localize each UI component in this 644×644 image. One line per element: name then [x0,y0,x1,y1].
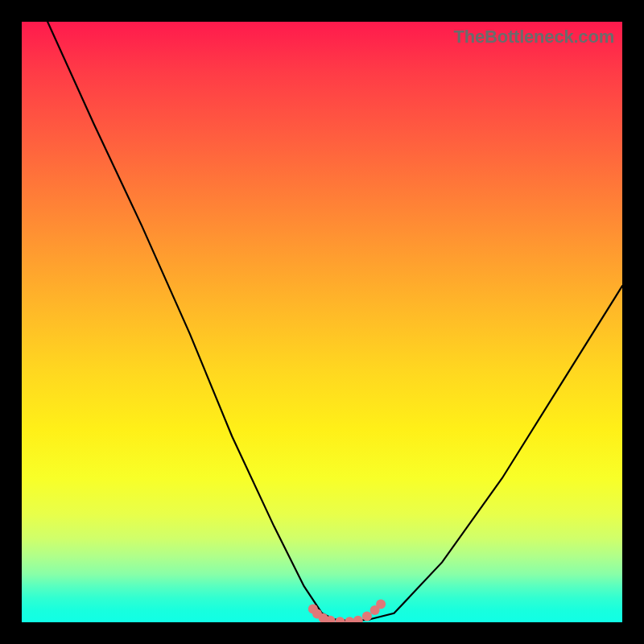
valley-marker [353,616,363,622]
plot-area: TheBottleneck.com [22,22,622,622]
frame: TheBottleneck.com [0,0,644,644]
valley-marker [376,600,386,609]
valley-marker [335,617,345,622]
valley-marker [362,612,372,621]
bottleneck-curve [22,22,622,622]
right-arm-path [370,286,622,619]
left-arm-path [47,22,334,619]
valley-marker [345,617,354,622]
